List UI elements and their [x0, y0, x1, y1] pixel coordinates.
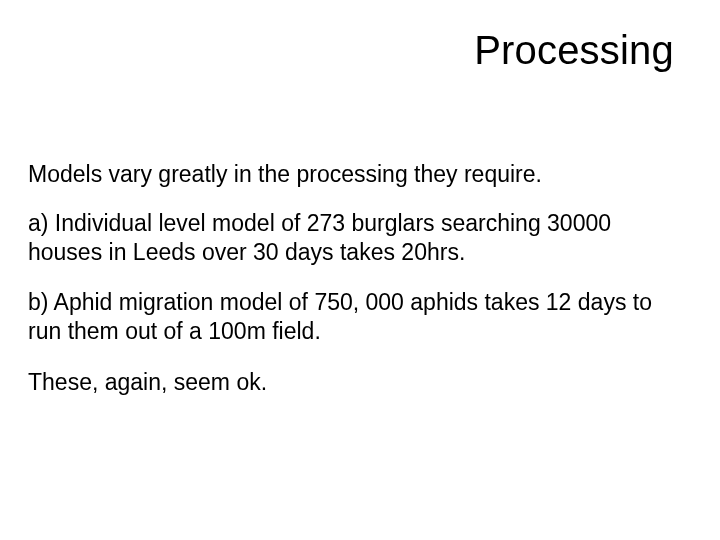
paragraph-conclusion: These, again, seem ok.	[28, 368, 680, 397]
paragraph-example-a: a) Individual level model of 273 burglar…	[28, 209, 680, 267]
slide-body: Models vary greatly in the processing th…	[28, 160, 680, 419]
slide: Processing Models vary greatly in the pr…	[0, 0, 720, 540]
slide-title: Processing	[474, 28, 674, 73]
paragraph-example-b: b) Aphid migration model of 750, 000 aph…	[28, 288, 680, 346]
paragraph-intro: Models vary greatly in the processing th…	[28, 160, 680, 189]
